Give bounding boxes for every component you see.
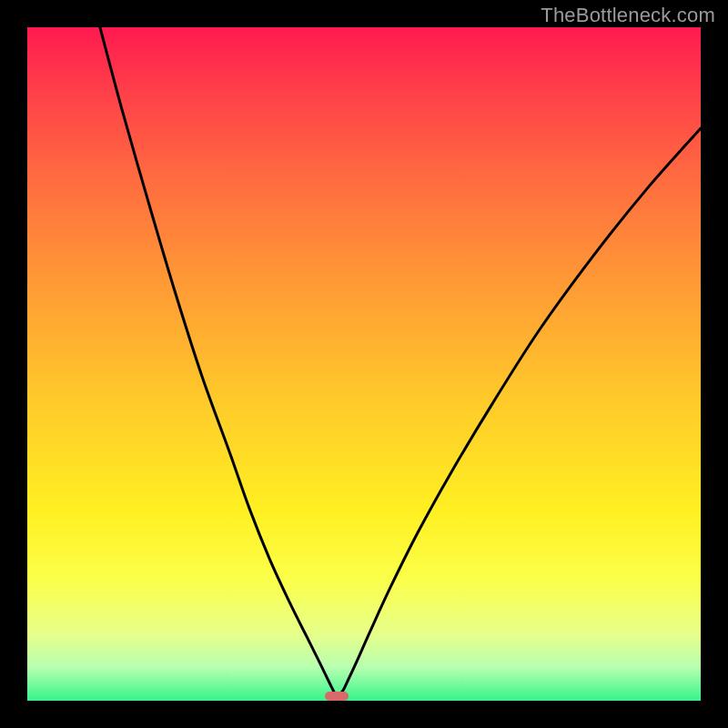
optimum-marker bbox=[325, 692, 349, 701]
watermark-text: TheBottleneck.com bbox=[541, 4, 715, 27]
figure-frame: TheBottleneck.com bbox=[0, 0, 728, 728]
curve-right-branch bbox=[337, 128, 701, 696]
bottleneck-curve bbox=[27, 27, 701, 701]
curve-left-branch bbox=[100, 27, 337, 696]
plot-area bbox=[27, 27, 701, 701]
